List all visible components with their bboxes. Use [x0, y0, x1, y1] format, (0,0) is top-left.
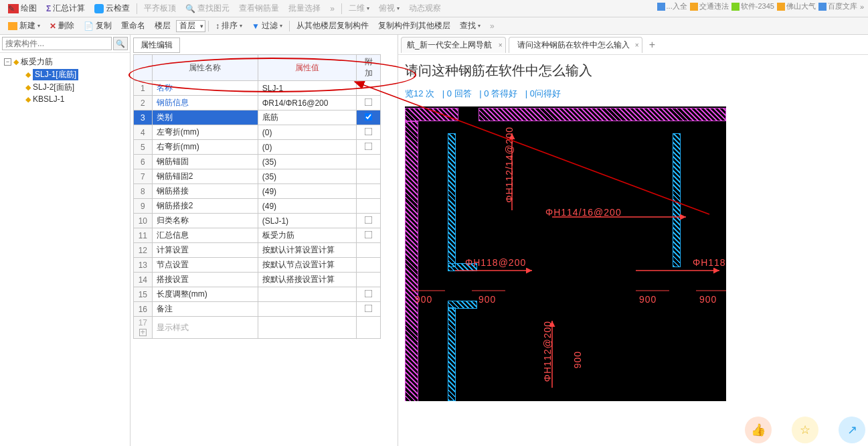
property-value[interactable]: (35) — [258, 155, 356, 169]
cad-label-3: ΦH118@200 — [465, 257, 526, 268]
leaf-icon: ◆ — [25, 70, 31, 79]
property-row[interactable]: 10归类名称(SLJ-1) — [134, 214, 381, 228]
toolbar1-expand[interactable]: » — [326, 3, 339, 15]
toolbar2-expand[interactable]: » — [486, 20, 499, 32]
delete-button[interactable]: ✕ 删除 — [46, 19, 78, 33]
copy-to-floor-button[interactable]: 复制构件到其他楼层 — [374, 19, 454, 33]
sum-button[interactable]: Σ 汇总计算 — [42, 1, 89, 15]
property-value[interactable]: 底筋 — [258, 110, 356, 125]
share-icon[interactable]: ↗ — [839, 417, 865, 443]
col-name: 属性名称 — [152, 55, 258, 81]
property-value[interactable]: ΦR14/ΦR16@200 — [258, 96, 356, 110]
property-value[interactable]: 按默认节点设置计算 — [258, 258, 356, 273]
dynamic-observe-button[interactable]: 动态观察 — [405, 1, 445, 15]
tree-item-slj1[interactable]: ◆ SLJ-1[底筋] — [25, 68, 128, 81]
property-row[interactable]: 15长度调整(mm) — [134, 287, 381, 302]
find-element-button[interactable]: 🔍 查找图元 — [181, 1, 234, 15]
close-icon[interactable]: × — [635, 42, 639, 49]
property-row[interactable]: 3类别底筋 — [134, 110, 381, 125]
property-value[interactable]: 板受力筋 — [258, 228, 356, 243]
property-row[interactable]: 12计算设置按默认计算设置计算 — [134, 243, 381, 258]
property-extra-checkbox[interactable] — [365, 304, 373, 312]
property-pane: 属性编辑 属性名称 属性值 附加 1名称SLJ-12钢筋信息ΦR14/ΦR16@… — [131, 35, 398, 446]
sort-button[interactable]: ↕ 排序▾ — [211, 19, 246, 33]
filter-button[interactable]: ▼ 过滤▾ — [248, 19, 286, 33]
property-value[interactable]: (49) — [258, 199, 356, 214]
property-extra-checkbox[interactable] — [365, 142, 373, 150]
property-value[interactable]: (35) — [258, 169, 356, 184]
property-tab[interactable]: 属性编辑 — [133, 38, 180, 53]
tree-root-item[interactable]: − ◆ 板受力筋 — [1, 56, 128, 68]
property-row[interactable]: 8钢筋搭接(49) — [134, 184, 381, 199]
property-row[interactable]: 2钢筋信息ΦR14/ΦR16@200 — [134, 96, 381, 110]
browser-tab-1[interactable]: 航_新一代安全上网导航 × — [401, 37, 506, 53]
paint-button[interactable]: ✎绘图 — [4, 1, 41, 15]
cad-dim-900c: 900 — [639, 294, 657, 305]
thumbs-up-icon[interactable]: 👍 — [745, 417, 772, 443]
tree-item-slj2[interactable]: ◆ SLJ-2[面筋] — [25, 81, 128, 94]
property-name: 搭接设置 — [152, 273, 258, 287]
property-extra-checkbox[interactable] — [365, 216, 373, 224]
property-value[interactable]: SLJ-1 — [258, 81, 356, 96]
property-value[interactable]: (0) — [258, 125, 356, 140]
browser-tab-2[interactable]: 请问这种钢筋在软件中怎么输入 × — [509, 37, 642, 53]
topview-button[interactable]: 俯视▾ — [375, 1, 404, 15]
property-extra-checkbox[interactable] — [365, 230, 373, 238]
view-rebar-button[interactable]: 查看钢筋量 — [235, 1, 283, 15]
property-value[interactable]: 按默认搭接设置计算 — [258, 273, 356, 287]
property-value[interactable]: (SLJ-1) — [258, 214, 356, 228]
property-row[interactable]: 5右弯折(mm)(0) — [134, 140, 381, 155]
cloud-check-button[interactable]: 云检查 — [90, 1, 134, 15]
new-button[interactable]: 新建▾ — [4, 19, 44, 33]
property-name: 钢筋信息 — [152, 96, 258, 110]
property-row[interactable]: 4左弯折(mm)(0) — [134, 125, 381, 140]
property-row[interactable]: 13节点设置按默认节点设置计算 — [134, 258, 381, 273]
property-value[interactable] — [258, 302, 356, 317]
tab-label: 航_新一代安全上网导航 — [407, 40, 492, 51]
property-extra-checkbox[interactable] — [365, 98, 373, 106]
property-extra-checkbox[interactable] — [365, 289, 373, 297]
star-icon[interactable]: ☆ — [792, 417, 818, 443]
property-extra-checkbox[interactable] — [365, 113, 373, 121]
tree-item-label: SLJ-2[面筋] — [33, 82, 74, 93]
property-row[interactable]: 16备注 — [134, 302, 381, 317]
floor-combo[interactable]: 首层 — [176, 20, 205, 32]
property-row[interactable]: 11汇总信息板受力筋 — [134, 228, 381, 243]
rename-button[interactable]: 重命名 — [117, 19, 149, 33]
collapse-icon[interactable]: − — [4, 58, 11, 66]
col-value: 属性值 — [258, 55, 356, 81]
property-row-add[interactable]: 17 +显示样式 — [134, 317, 381, 339]
search-dropdown[interactable]: 查找▾ — [456, 19, 485, 33]
cad-drawing: ΦH112/14@200 ΦH114/16@200 ΦH118@200 ΦH11… — [405, 106, 726, 401]
property-row[interactable]: 6钢筋锚固(35) — [134, 155, 381, 169]
browser-tabs: 航_新一代安全上网导航 × 请问这种钢筋在软件中怎么输入 × + — [398, 35, 868, 55]
property-row[interactable]: 1名称SLJ-1 — [134, 81, 381, 96]
close-icon[interactable]: × — [499, 42, 503, 49]
property-name: 计算设置 — [152, 243, 258, 258]
property-value[interactable]: (0) — [258, 140, 356, 155]
batch-select-button[interactable]: 批量选择 — [284, 1, 325, 15]
2d-button[interactable]: 二维▾ — [345, 1, 373, 15]
property-name: 归类名称 — [152, 214, 258, 228]
property-row[interactable]: 14搭接设置按默认搭接设置计算 — [134, 273, 381, 287]
property-row[interactable]: 7钢筋锚固2(35) — [134, 169, 381, 184]
cad-label-2: ΦH114/16@200 — [545, 207, 622, 218]
copy-button[interactable]: 📄 复制 — [80, 19, 116, 33]
leaf-icon: ◆ — [25, 83, 31, 92]
right-mini-tabs: ...入全 交通违法 软件-2345 佛山大气 百度文库 » — [657, 0, 868, 11]
align-top-button[interactable]: 平齐板顶 — [140, 1, 180, 15]
tree-item-kbslj1[interactable]: ◆ KBSLJ-1 — [25, 94, 128, 104]
property-value[interactable]: 按默认计算设置计算 — [258, 243, 356, 258]
property-value[interactable] — [258, 287, 356, 302]
new-tab-button[interactable]: + — [645, 39, 659, 51]
toolbar-row-2: 新建▾ ✕ 删除 📄 复制 重命名 楼层 首层 ↕ 排序▾ ▼ 过滤▾ 从其他楼… — [0, 17, 868, 35]
copy-from-floor-button[interactable]: 从其他楼层复制构件 — [292, 19, 373, 33]
property-extra-checkbox[interactable] — [365, 127, 373, 135]
search-input[interactable] — [2, 37, 112, 50]
left-pane: 🔍 − ◆ 板受力筋 ◆ SLJ-1[底筋] ◆ SLJ-2[面筋] ◆ KB — [0, 35, 131, 446]
search-go-button[interactable]: 🔍 — [113, 37, 128, 50]
property-name: 名称 — [152, 81, 258, 96]
property-row[interactable]: 9钢筋搭接2(49) — [134, 199, 381, 214]
property-value[interactable]: (49) — [258, 184, 356, 199]
property-table: 属性名称 属性值 附加 1名称SLJ-12钢筋信息ΦR14/ΦR16@2003类… — [133, 54, 381, 339]
